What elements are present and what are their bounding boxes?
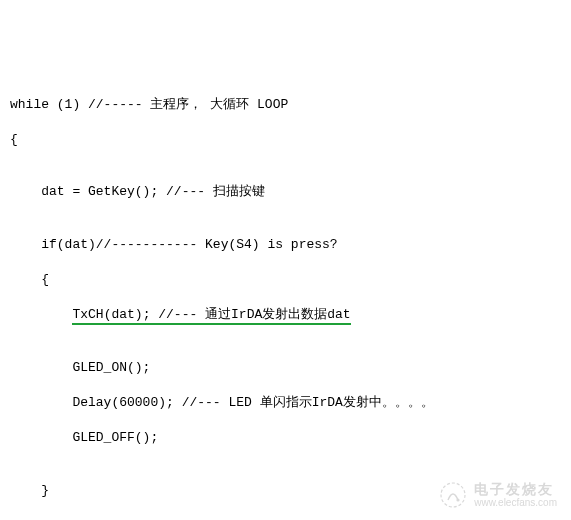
code-line: { [10, 131, 561, 149]
code-block: while (1) //----- 主程序， 大循环 LOOP { dat = … [10, 78, 561, 520]
code-line: while (1) //----- 主程序， 大循环 LOOP [10, 96, 561, 114]
watermark-url: www.elecfans.com [474, 497, 557, 508]
watermark-text: 电子发烧友 www.elecfans.com [474, 482, 557, 508]
highlight-green: TxCH(dat); //--- 通过IrDA发射出数据dat [72, 307, 350, 325]
logo-icon [438, 480, 468, 510]
code-line: if(dat)//----------- Key(S4) is press? [10, 236, 561, 254]
code-line: TxCH(dat); //--- 通过IrDA发射出数据dat [10, 306, 561, 324]
watermark-brand: 电子发烧友 [474, 482, 557, 497]
svg-point-0 [441, 483, 465, 507]
code-line: Delay(60000); //--- LED 单闪指示IrDA发射中。。。。 [10, 394, 561, 412]
code-line: dat = GetKey(); //--- 扫描按键 [10, 183, 561, 201]
watermark: 电子发烧友 www.elecfans.com [438, 480, 557, 510]
code-line: { [10, 271, 561, 289]
svg-point-1 [457, 498, 460, 501]
code-line: GLED_ON(); [10, 359, 561, 377]
code-line: GLED_OFF(); [10, 429, 561, 447]
